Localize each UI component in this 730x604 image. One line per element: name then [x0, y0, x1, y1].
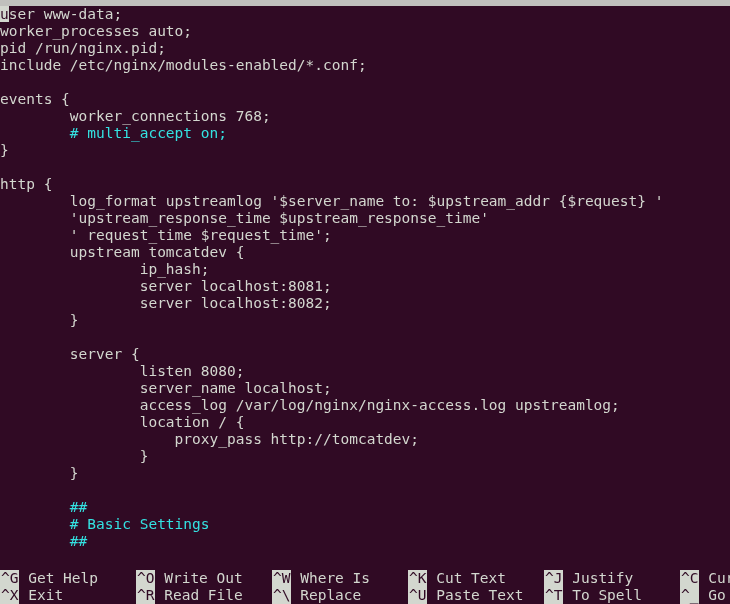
- code-line: ip_hash;: [0, 261, 730, 278]
- shortcut-label: Write Out: [155, 570, 242, 587]
- code-line: [0, 329, 730, 346]
- code-text: pid /run/nginx.pid;: [0, 40, 166, 56]
- code-line: worker_connections 768;: [0, 108, 730, 125]
- shortcut-label: Get Help: [19, 570, 98, 587]
- code-text: 'upstream_response_time $upstream_respon…: [0, 210, 489, 226]
- code-comment: # Basic Settings: [70, 516, 210, 532]
- shortcut-label: Paste Text: [427, 587, 523, 604]
- shortcut-item[interactable]: ^X Exit: [0, 587, 136, 604]
- shortcut-bar: ^G Get Help^O Write Out^W Where Is^K Cut…: [0, 570, 730, 604]
- code-text: server localhost:8081;: [0, 278, 332, 294]
- code-text: http {: [0, 176, 52, 192]
- shortcut-item[interactable]: ^C Cur: [680, 570, 730, 587]
- code-line: [0, 159, 730, 176]
- shortcut-item[interactable]: ^\ Replace: [272, 587, 408, 604]
- code-text: [0, 516, 70, 532]
- code-comment: ##: [70, 533, 87, 549]
- code-line: upstream tomcatdev {: [0, 244, 730, 261]
- code-line: user www-data;: [0, 6, 730, 23]
- code-text: }: [0, 448, 148, 464]
- code-line: # Basic Settings: [0, 516, 730, 533]
- shortcut-label: Justify: [563, 570, 633, 587]
- shortcut-label: To Spell: [563, 587, 642, 604]
- shortcut-key: ^X: [0, 587, 19, 604]
- code-line: }: [0, 142, 730, 159]
- code-line: server_name localhost;: [0, 380, 730, 397]
- code-text: }: [0, 312, 79, 328]
- editor-area[interactable]: user www-data;worker_processes auto;pid …: [0, 6, 730, 550]
- shortcut-key: ^_: [680, 587, 699, 604]
- shortcut-item[interactable]: ^T To Spell: [544, 587, 680, 604]
- code-text: ' request_time $request_time';: [0, 227, 332, 243]
- shortcut-item[interactable]: ^U Paste Text: [408, 587, 544, 604]
- code-line: [0, 74, 730, 91]
- shortcut-item[interactable]: ^R Read File: [136, 587, 272, 604]
- code-text: }: [0, 465, 79, 481]
- shortcut-label: Cur: [699, 570, 730, 587]
- cursor: u: [0, 6, 9, 22]
- shortcut-label: Cut Text: [427, 570, 506, 587]
- code-line: worker_processes auto;: [0, 23, 730, 40]
- code-line: http {: [0, 176, 730, 193]
- code-line: }: [0, 448, 730, 465]
- code-line: listen 8080;: [0, 363, 730, 380]
- code-comment: # multi_accept on;: [70, 125, 227, 141]
- code-line: 'upstream_response_time $upstream_respon…: [0, 210, 730, 227]
- code-line: server localhost:8081;: [0, 278, 730, 295]
- code-line: log_format upstreamlog '$server_name to:…: [0, 193, 730, 210]
- shortcut-key: ^T: [544, 587, 563, 604]
- code-text: ip_hash;: [0, 261, 210, 277]
- shortcut-row-2: ^X Exit^R Read File^\ Replace^U Paste Te…: [0, 587, 730, 604]
- code-text: server {: [0, 346, 140, 362]
- shortcut-key: ^\: [272, 587, 291, 604]
- shortcut-key: ^K: [408, 570, 427, 587]
- code-line: server localhost:8082;: [0, 295, 730, 312]
- code-line: access_log /var/log/nginx/nginx-access.l…: [0, 397, 730, 414]
- shortcut-label: Go: [699, 587, 730, 604]
- shortcut-label: Exit: [19, 587, 63, 604]
- code-text: [0, 499, 70, 515]
- shortcut-item[interactable]: ^O Write Out: [136, 570, 272, 587]
- code-text: [0, 125, 70, 141]
- shortcut-item[interactable]: ^_ Go: [680, 587, 730, 604]
- code-line: location / {: [0, 414, 730, 431]
- code-text: ser www-data;: [9, 6, 123, 22]
- code-line: server {: [0, 346, 730, 363]
- code-text: server localhost:8082;: [0, 295, 332, 311]
- shortcut-key: ^W: [272, 570, 291, 587]
- code-text: }: [0, 142, 9, 158]
- code-line: }: [0, 312, 730, 329]
- code-text: listen 8080;: [0, 363, 244, 379]
- shortcut-key: ^U: [408, 587, 427, 604]
- code-text: location / {: [0, 414, 244, 430]
- code-line: pid /run/nginx.pid;: [0, 40, 730, 57]
- code-line: events {: [0, 91, 730, 108]
- shortcut-row-1: ^G Get Help^O Write Out^W Where Is^K Cut…: [0, 570, 730, 587]
- code-line: [0, 482, 730, 499]
- shortcut-label: Read File: [155, 587, 242, 604]
- shortcut-key: ^J: [544, 570, 563, 587]
- code-text: upstream tomcatdev {: [0, 244, 244, 260]
- shortcut-item[interactable]: ^W Where Is: [272, 570, 408, 587]
- code-line: ##: [0, 499, 730, 516]
- shortcut-label: Where Is: [291, 570, 370, 587]
- code-line: ##: [0, 533, 730, 550]
- shortcut-item[interactable]: ^J Justify: [544, 570, 680, 587]
- shortcut-item[interactable]: ^G Get Help: [0, 570, 136, 587]
- code-line: include /etc/nginx/modules-enabled/*.con…: [0, 57, 730, 74]
- code-text: server_name localhost;: [0, 380, 332, 396]
- shortcut-label: Replace: [291, 587, 361, 604]
- code-line: ' request_time $request_time';: [0, 227, 730, 244]
- code-text: log_format upstreamlog '$server_name to:…: [0, 193, 663, 209]
- code-line: }: [0, 465, 730, 482]
- code-text: events {: [0, 91, 70, 107]
- code-text: [0, 533, 70, 549]
- code-text: include /etc/nginx/modules-enabled/*.con…: [0, 57, 367, 73]
- code-comment: ##: [70, 499, 87, 515]
- shortcut-key: ^G: [0, 570, 19, 587]
- code-text: worker_processes auto;: [0, 23, 192, 39]
- code-text: proxy_pass http://tomcatdev;: [0, 431, 419, 447]
- shortcut-item[interactable]: ^K Cut Text: [408, 570, 544, 587]
- code-line: proxy_pass http://tomcatdev;: [0, 431, 730, 448]
- code-text: worker_connections 768;: [0, 108, 271, 124]
